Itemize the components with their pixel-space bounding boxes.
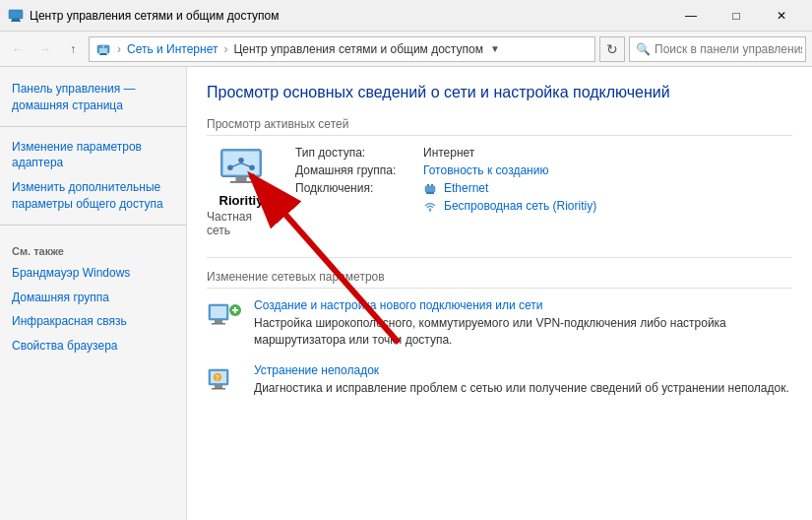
breadcrumb-dropdown-button[interactable]: ▼ [487, 36, 503, 62]
svg-point-7 [102, 45, 104, 47]
main-layout: Панель управления — домашняя страница Из… [0, 67, 812, 520]
changes-section: Изменение сетевых параметров Создание и … [207, 257, 792, 400]
sidebar-link-adapter[interactable]: Изменение параметров адаптера [0, 135, 186, 176]
sidebar-link-home[interactable]: Панель управления — домашняя страница [0, 77, 186, 118]
connection-ethernet-row: Ethernet [423, 181, 596, 196]
svg-rect-26 [215, 320, 222, 323]
up-button[interactable]: ↑ [61, 37, 85, 61]
close-button[interactable]: ✕ [759, 0, 804, 32]
svg-rect-27 [212, 323, 225, 325]
ethernet-icon [423, 181, 440, 196]
connections-label: Подключения: [295, 181, 423, 195]
svg-point-16 [249, 164, 255, 170]
svg-point-14 [238, 158, 244, 163]
active-networks-label: Просмотр активных сетей [207, 117, 792, 136]
svg-rect-6 [99, 54, 107, 55]
title-bar: Центр управления сетями и общим доступом… [0, 0, 812, 32]
breadcrumb-separator-2: › [223, 42, 227, 56]
wifi-icon [423, 199, 440, 214]
svg-rect-22 [426, 192, 434, 194]
network-name: Rioritiy [219, 193, 264, 208]
create-connection-icon [207, 298, 242, 334]
search-input[interactable] [655, 42, 802, 56]
home-group-link[interactable]: Готовность к созданию [423, 163, 548, 177]
sidebar-divider-2 [0, 225, 186, 226]
troubleshoot-text: Устранение неполадок Диагностика и испра… [254, 363, 789, 397]
svg-rect-34 [212, 388, 225, 390]
sidebar: Панель управления — домашняя страница Из… [0, 67, 187, 520]
refresh-button[interactable]: ↻ [599, 36, 625, 62]
content-area: Просмотр основных сведений о сети и наст… [187, 67, 812, 520]
app-icon [8, 8, 24, 24]
sidebar-link-firewall[interactable]: Брандмауэр Windows [0, 261, 186, 286]
address-bar: ← → ↑ › Сеть и Интернет › Центр управлен… [0, 32, 812, 67]
create-connection-item: Создание и настройка нового подключения … [207, 298, 792, 349]
forward-button[interactable]: → [33, 37, 57, 61]
svg-rect-25 [211, 306, 226, 318]
svg-rect-21 [431, 184, 433, 186]
wifi-link[interactable]: Беспроводная сеть (Rioritiy) [444, 199, 596, 213]
create-connection-link[interactable]: Создание и настройка нового подключения … [254, 298, 792, 312]
sidebar-link-homegroup[interactable]: Домашняя группа [0, 286, 186, 310]
svg-rect-13 [230, 181, 252, 183]
sidebar-see-also-title: См. также [0, 233, 186, 261]
home-group-row: Домашняя группа: Готовность к созданию [295, 163, 792, 177]
window-title: Центр управления сетями и общим доступом [30, 9, 280, 23]
troubleshoot-desc: Диагностика и исправление проблем с сеть… [254, 380, 789, 397]
svg-rect-0 [9, 10, 23, 19]
troubleshoot-icon: ? [207, 363, 242, 399]
access-type-value: Интернет [423, 146, 474, 160]
sidebar-link-sharing[interactable]: Изменить дополнительные параметры общего… [0, 175, 186, 217]
title-bar-left: Центр управления сетями и общим доступом [8, 8, 280, 24]
breadcrumb-bar: › Сеть и Интернет › Центр управления сет… [89, 36, 595, 62]
maximize-button[interactable]: □ [714, 0, 759, 32]
search-icon: 🔍 [636, 42, 651, 56]
window-controls: — □ ✕ [668, 0, 804, 32]
access-type-row: Тип доступа: Интернет [295, 146, 792, 160]
minimize-button[interactable]: — [668, 0, 714, 32]
network-info-block: Rioritiy Частная сеть Тип доступа: Интер… [207, 146, 792, 237]
sidebar-link-infrared[interactable]: Инфракрасная связь [0, 309, 186, 334]
troubleshoot-item: ? Устранение неполадок Диагностика и исп… [207, 363, 792, 399]
create-connection-desc: Настройка широкополосного, коммутируемог… [254, 315, 792, 349]
access-type-label: Тип доступа: [295, 146, 423, 160]
page-title: Просмотр основных сведений о сети и наст… [207, 83, 792, 103]
troubleshoot-link[interactable]: Устранение неполадок [254, 363, 789, 377]
network-icon-area: Rioritiy Частная сеть [207, 146, 276, 237]
ethernet-link[interactable]: Ethernet [444, 181, 488, 195]
svg-rect-4 [99, 48, 107, 53]
network-type: Частная сеть [207, 210, 276, 237]
sidebar-divider-1 [0, 126, 186, 127]
svg-text:?: ? [216, 374, 219, 381]
search-box: 🔍 [629, 36, 806, 62]
changes-label: Изменение сетевых параметров [207, 270, 792, 289]
connections-row: Подключения: Ethernet [295, 181, 792, 217]
breadcrumb-current: Центр управления сетями и общим доступом [233, 42, 483, 56]
svg-rect-19 [425, 186, 435, 192]
network-details: Тип доступа: Интернет Домашняя группа: Г… [295, 146, 792, 221]
home-group-label: Домашняя группа: [295, 163, 423, 177]
network-big-icon [218, 146, 265, 193]
breadcrumb-separator-1: › [117, 42, 121, 56]
svg-rect-20 [427, 184, 429, 186]
breadcrumb-link-network[interactable]: Сеть и Интернет [127, 42, 218, 56]
svg-rect-33 [215, 385, 222, 388]
connection-wifi-row: Беспроводная сеть (Rioritiy) [423, 199, 596, 214]
back-button[interactable]: ← [6, 37, 30, 61]
sidebar-link-browser-props[interactable]: Свойства браузера [0, 334, 186, 358]
svg-point-23 [429, 210, 431, 212]
connections-values: Ethernet Беспроводна [423, 181, 596, 217]
svg-rect-12 [235, 176, 246, 181]
svg-rect-1 [12, 19, 20, 21]
breadcrumb-home-icon [95, 41, 111, 57]
svg-rect-2 [11, 21, 21, 22]
svg-point-15 [227, 164, 233, 170]
create-connection-text: Создание и настройка нового подключения … [254, 298, 792, 349]
